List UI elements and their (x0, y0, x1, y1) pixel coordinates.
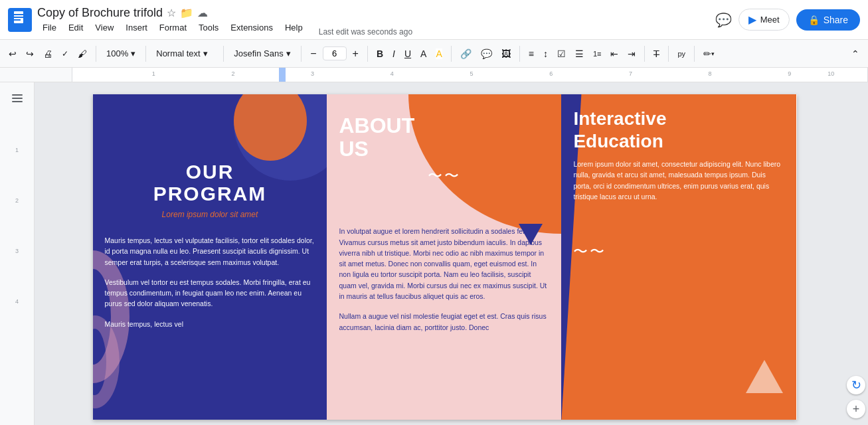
margin-3: 3 (15, 248, 19, 254)
paintformat-button[interactable]: 🖌 (74, 46, 90, 62)
menu-insert[interactable]: Insert (120, 21, 153, 34)
menu-tools[interactable]: Tools (193, 21, 224, 34)
cloud-icon[interactable]: ☁ (197, 7, 208, 19)
undo-button[interactable]: ↩ (5, 46, 20, 62)
indent-less-button[interactable]: ⇤ (607, 46, 622, 62)
zoom-value: 100% (106, 48, 128, 58)
separator-9 (668, 46, 669, 62)
doc-title[interactable]: Copy of Brochure trifold (37, 6, 163, 20)
margin-2: 2 (15, 197, 19, 204)
meet-icon: ▶ (748, 13, 756, 26)
separator-5 (367, 46, 368, 62)
checklist-icon: ☑ (557, 48, 566, 59)
comment-button[interactable]: 💬 (477, 46, 495, 62)
highlight-button[interactable]: A (432, 46, 445, 62)
clearformat-button[interactable]: T̶ (650, 46, 663, 62)
canvas-area: 1 2 3 4 OURPROGRAM Lorem ipsum dolor sit… (0, 82, 868, 425)
chevron-up-button[interactable]: ⌃ (848, 46, 863, 62)
meet-label: Meet (760, 15, 780, 25)
align-icon: ≡ (529, 48, 534, 59)
align-button[interactable]: ≡ (525, 46, 537, 62)
left-sidebar: 1 2 3 4 (0, 82, 35, 425)
top-right-actions: 💬 ▶ Meet 🔒 Share (715, 9, 860, 31)
share-label: Share (824, 15, 848, 25)
numbered-icon: 1≡ (593, 50, 602, 58)
top-bar: Copy of Brochure trifold ☆ 📁 ☁ File Edit… (0, 0, 868, 40)
bullets-button[interactable]: ☰ (572, 46, 587, 62)
ruler-handle[interactable] (279, 68, 286, 82)
indent-more-button[interactable]: ⇥ (624, 46, 639, 62)
linespace-icon: ↕ (543, 48, 548, 59)
menu-help[interactable]: Help (280, 21, 308, 34)
document-page[interactable]: OURPROGRAM Lorem ipsum dolor sit amet Ma… (93, 94, 797, 420)
doc-title-area: Copy of Brochure trifold ☆ 📁 ☁ File Edit… (37, 6, 308, 34)
outline-icon[interactable] (10, 92, 25, 110)
folder-icon[interactable]: 📁 (180, 7, 193, 19)
lock-icon: 🔒 (808, 15, 820, 25)
bold-icon: B (377, 48, 383, 59)
panel-1: OURPROGRAM Lorem ipsum dolor sit amet Ma… (93, 94, 327, 420)
panel-2: ABOUTUS 〜〜 In volutpat augue et lorem he… (327, 94, 561, 420)
menu-format[interactable]: Format (154, 21, 192, 34)
right-scroll-panel: ↻ + (847, 376, 865, 418)
panel-3: InteractiveEducation Lorem ipsum dolor s… (561, 94, 796, 420)
comments-button[interactable]: 💬 (715, 12, 732, 28)
separator-4 (301, 46, 302, 62)
svg-rect-5 (12, 98, 23, 99)
separator-2 (145, 46, 146, 62)
style-dropdown-icon: ▾ (203, 48, 208, 58)
meet-button[interactable]: ▶ Meet (738, 9, 790, 31)
font-increase-button[interactable]: + (349, 45, 362, 62)
italic-button[interactable]: I (389, 46, 398, 62)
separator-1 (96, 46, 96, 62)
panel-3-title: InteractiveEducation (573, 108, 784, 152)
pencil-button[interactable]: ✏▾ (700, 46, 718, 62)
panel-2-squiggle: 〜〜 (339, 166, 549, 186)
plus-button[interactable]: + (847, 400, 865, 418)
font-select[interactable]: Josefin Sans ▾ (229, 45, 296, 62)
style-select[interactable]: Normal text ▾ (151, 45, 218, 62)
panel-1-subtitle: Lorem ipsum dolor sit amet (105, 210, 315, 219)
italic-icon: I (392, 48, 395, 59)
menu-view[interactable]: View (90, 21, 119, 34)
panel-3-squiggle: 〜〜 (573, 242, 784, 262)
underline-button[interactable]: U (401, 46, 414, 62)
star-icon[interactable]: ☆ (167, 7, 176, 19)
panel-1-text-3: Mauris tempus, lectus vel (105, 319, 315, 329)
font-decrease-button[interactable]: − (307, 45, 319, 62)
fontcolor-button[interactable]: A (417, 46, 430, 62)
svg-rect-2 (14, 17, 23, 18)
menu-extensions[interactable]: Extensions (225, 21, 278, 34)
separator-3 (223, 46, 224, 62)
indent-less-icon: ⇤ (610, 48, 618, 59)
font-value: Josefin Sans (234, 48, 283, 58)
numbered-button[interactable]: 1≡ (590, 47, 605, 60)
menu-edit[interactable]: Edit (63, 21, 88, 34)
link-button[interactable]: 🔗 (457, 46, 475, 62)
image-button[interactable]: 🖼 (498, 46, 514, 62)
separator-6 (451, 46, 452, 62)
svg-rect-4 (12, 94, 23, 96)
bullets-icon: ☰ (575, 48, 584, 59)
superscript-button[interactable]: py (674, 47, 689, 60)
share-button[interactable]: 🔒 Share (796, 9, 860, 31)
chevron-up-icon: ⌃ (851, 48, 859, 59)
ruler: 1 2 3 4 5 6 7 8 9 10 (0, 68, 868, 82)
spellcheck-button[interactable]: ✓ (58, 46, 72, 61)
font-minus-icon: − (310, 48, 316, 60)
checklist-button[interactable]: ☑ (554, 46, 569, 62)
font-size-input[interactable] (323, 46, 347, 60)
redo-button[interactable]: ↪ (23, 46, 37, 62)
refresh-button[interactable]: ↻ (847, 376, 865, 394)
svg-rect-3 (14, 19, 21, 21)
zoom-select[interactable]: 100% ▾ (102, 45, 140, 62)
print-button[interactable]: 🖨 (40, 46, 56, 62)
linespace-button[interactable]: ↕ (540, 46, 551, 62)
menu-file[interactable]: File (37, 21, 62, 34)
panel-1-text-2: Vestibulum vel tortor eu est tempus soda… (105, 277, 315, 309)
toolbar: ↩ ↪ 🖨 ✓ 🖌 100% ▾ Normal text ▾ Josefin S… (0, 40, 868, 68)
bold-button[interactable]: B (373, 46, 387, 62)
comment-icon: 💬 (481, 48, 492, 59)
underline-icon: U (404, 48, 411, 59)
style-value: Normal text (156, 48, 200, 58)
